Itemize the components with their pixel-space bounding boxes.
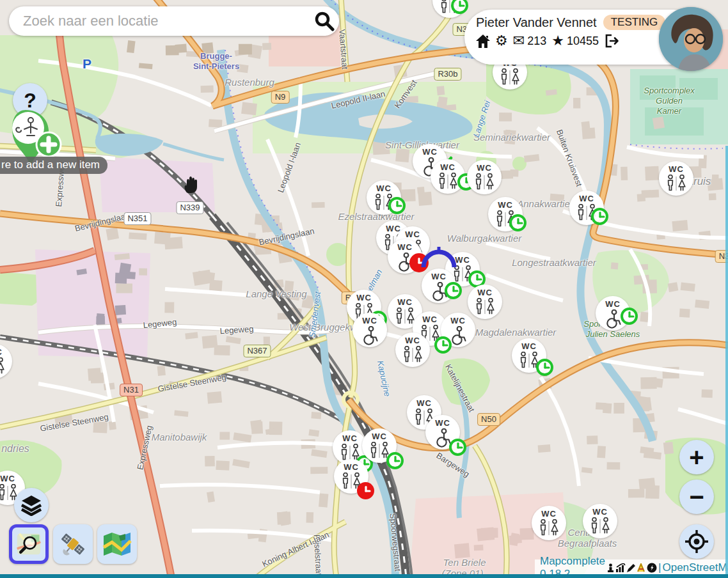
logout-button[interactable] [604,34,619,48]
toilet-marker[interactable]: WC [596,296,630,331]
wc-label: WC [467,163,502,173]
male-female-icon [436,173,459,190]
gear-icon: ⚙ [495,34,508,48]
opening-hours-badge [388,197,406,214]
wc-label: WC [407,398,441,408]
wc-label: WC [395,230,430,239]
male-female-icon [0,357,6,375]
mapcomplete-app: { "search": { "placeholder": "Zoek naar … [0,0,728,578]
male-female-icon [473,173,496,191]
toilet-marker[interactable]: WC [569,191,604,225]
message-count: 213 [527,35,546,48]
layers-button[interactable] [14,488,49,522]
wc-label: WC [569,194,604,203]
toilet-marker[interactable]: WC [388,239,422,274]
wc-label: WC [334,462,368,472]
mastodon-icon[interactable] [647,563,657,573]
layers-icon [20,494,43,516]
wc-label: WC [596,299,630,309]
toilet-marker[interactable]: WC [395,332,430,367]
location-search-bar [9,6,339,36]
basemap-carto-button[interactable] [9,524,49,564]
male-female-icon [665,175,688,192]
search-button[interactable] [310,6,339,36]
hand-cursor-icon [181,174,200,194]
opening-hours-badge [536,359,553,376]
zoom-in-button[interactable]: + [679,440,714,474]
wc-label: WC [441,316,475,325]
toilet-marker[interactable]: WC [422,269,456,303]
geolocate-button[interactable] [679,524,714,559]
basemap-satellite-button[interactable] [53,524,93,564]
changesets-button[interactable]: ★ 10455 [551,34,599,48]
toilet-marker[interactable]: WC [512,338,546,373]
toilet-marker[interactable]: WC [362,428,397,463]
toilet-marker[interactable]: WC [367,180,401,215]
toilet-marker[interactable]: WC [425,415,460,449]
user-avatar[interactable] [659,7,723,71]
wc-label: WC [0,347,12,357]
wc-label: WC [488,200,523,210]
opening-hours-badge [621,308,638,325]
wc-label: WC [395,336,430,345]
wc-label: WC [431,162,465,172]
user-name: Pieter Vander Vennet [476,15,597,30]
toilet-marker[interactable]: WC [468,285,502,319]
opening-hours-badge [449,439,466,456]
wc-label: WC [425,418,460,428]
folded-map-icon [102,531,132,558]
carto-map-icon [16,530,42,558]
star-icon: ★ [551,34,564,48]
wc-label: WC [532,509,566,519]
toilet-marker[interactable]: WC [532,506,566,540]
wc-label: WC [445,255,480,265]
translate-icon[interactable] [637,563,646,573]
wc-label: WC [388,297,422,307]
closed-clock-badge [357,482,374,499]
toilet-marker[interactable]: WC [352,313,387,347]
openstreetmap-link[interactable]: OpenStreetMap [662,561,728,574]
toilet-marker[interactable]: WC [334,459,368,494]
opening-hours-badge [386,452,404,469]
wc-label: WC [362,432,397,441]
toilet-marker[interactable]: WC [488,197,523,231]
home-button[interactable] [476,35,490,48]
avatar-photo [659,7,723,71]
theme-bottom-bar [0,574,728,578]
wheelchair-icon [603,309,622,329]
wc-label: WC [468,288,502,297]
statue-icon[interactable] [606,563,615,573]
geolocate-icon [684,529,709,554]
opening-hours-badge [509,214,526,231]
male-female-icon [537,519,560,536]
toilet-marker[interactable]: WC [583,504,617,538]
testing-badge: TESTING [603,15,666,30]
toilet-marker[interactable]: WC [431,159,465,194]
attribution-separator: | [658,561,661,574]
satellite-icon [58,529,88,559]
envelope-icon: ✉ [513,34,525,48]
star-count: 10455 [567,35,599,48]
wc-label: WC [347,293,381,302]
male-female-icon [498,68,521,86]
male-female-icon [589,517,612,535]
statistics-icon[interactable] [615,563,626,573]
zoom-out-button[interactable]: − [679,480,714,514]
messages-button[interactable]: ✉ 213 [513,34,546,48]
wheelchair-icon [395,253,415,272]
home-icon [476,35,490,48]
wc-label: WC [0,474,25,483]
toilet-marker[interactable]: WC [659,161,693,196]
wc-label: WC [367,184,401,193]
search-icon [313,10,335,32]
male-female-icon [401,346,424,363]
toilet-marker[interactable]: WC [441,313,475,347]
wc-label: WC [388,242,422,252]
basemap-switcher [9,524,137,564]
edit-icon[interactable] [626,563,636,573]
toilet-marker[interactable]: WC [467,160,502,194]
basemap-map-button[interactable] [97,524,137,564]
search-input[interactable] [22,12,310,30]
settings-button[interactable]: ⚙ [495,34,508,48]
opening-hours-badge [591,208,608,225]
